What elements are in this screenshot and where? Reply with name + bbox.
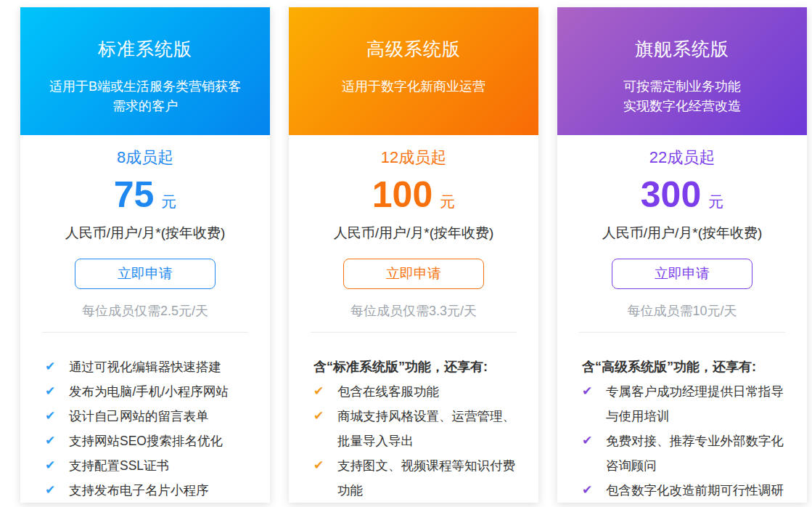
feature-item: ✔商城支持风格设置、运营管理、批量导入导出 (313, 404, 525, 453)
feature-item: ✔支持发布电子名片小程序 (45, 478, 257, 503)
feature-list: ✔通过可视化编辑器快速搭建✔发布为电脑/手机/小程序网站✔设计自己网站的留言表单… (45, 354, 257, 503)
check-icon: ✔ (45, 453, 60, 478)
price-unit: 元 (708, 193, 723, 210)
feature-text: 设计自己网站的留言表单 (69, 404, 257, 429)
plan-subtitle: 适用于数字化新商业运营 (289, 77, 538, 97)
plan-title: 高级系统版 (289, 7, 538, 58)
feature-item: ✔支持配置SSL证书 (45, 453, 257, 478)
divider (42, 332, 248, 333)
divider (311, 332, 517, 333)
features-header: 含“标准系统版”功能，还享有: (313, 354, 525, 379)
plan-subtitle-line: 适用于数字化新商业运营 (289, 77, 538, 97)
feature-item: ✔包含在线客服功能 (313, 379, 525, 404)
min-members-label: 12成员起 (289, 150, 538, 166)
feature-item: ✔免费对接、推荐专业外部数字化咨询顾问 (582, 429, 794, 478)
feature-text: 支持配置SSL证书 (69, 453, 257, 478)
pricing-card-standard: 标准系统版 适用于B端或生活服务类营销获客 需求的客户 8成员起 75元 人民币… (20, 7, 270, 503)
plan-subtitle: 可按需定制业务功能 实现数字化经营改造 (557, 77, 807, 116)
features-header: 含“高级系统版”功能，还享有: (582, 354, 794, 379)
price-unit: 元 (440, 193, 455, 210)
check-icon: ✔ (313, 453, 328, 478)
plan-subtitle-line: 需求的客户 (20, 97, 270, 116)
feature-text: 包含在线客服功能 (337, 379, 525, 404)
price-row: 75元 (20, 177, 270, 213)
pricing-card-advanced: 高级系统版 适用于数字化新商业运营 12成员起 100元 人民币/用户/月*(按… (289, 7, 538, 503)
check-icon: ✔ (582, 379, 596, 404)
min-members-label: 8成员起 (20, 150, 270, 166)
card-header: 旗舰系统版 可按需定制业务功能 实现数字化经营改造 (557, 7, 807, 135)
feature-item: ✔支持网站SEO搜索排名优化 (45, 429, 257, 453)
feature-text: 支持网站SEO搜索排名优化 (69, 429, 257, 453)
feature-list: ✔包含在线客服功能✔商城支持风格设置、运营管理、批量导入导出✔支持图文、视频课程… (313, 379, 525, 503)
feature-text: 免费对接、推荐专业外部数字化咨询顾问 (606, 429, 794, 478)
check-icon: ✔ (45, 379, 60, 404)
billing-terms-label: 人民币/用户/月*(按年收费) (20, 226, 270, 240)
price-value: 100 (372, 174, 432, 215)
plan-subtitle-line: 实现数字化经营改造 (557, 97, 807, 116)
check-icon: ✔ (582, 429, 596, 453)
feature-text: 支持发布电子名片小程序 (69, 478, 257, 503)
pricing-card-flagship: 旗舰系统版 可按需定制业务功能 实现数字化经营改造 22成员起 300元 人民币… (557, 7, 807, 503)
check-icon: ✔ (313, 404, 328, 429)
feature-list: ✔专属客户成功经理提供日常指导与使用培训✔免费对接、推荐专业外部数字化咨询顾问✔… (582, 379, 794, 503)
feature-item: ✔包含数字化改造前期可行性调研 (582, 478, 794, 503)
plan-subtitle: 适用于B端或生活服务类营销获客 需求的客户 (20, 77, 270, 116)
feature-text: 专属客户成功经理提供日常指导与使用培训 (606, 379, 794, 429)
features-section: 含“高级系统版”功能，还享有: ✔专属客户成功经理提供日常指导与使用培训✔免费对… (557, 354, 807, 503)
plan-subtitle-line: 适用于B端或生活服务类营销获客 (20, 77, 270, 97)
per-day-cost-label: 每位成员仅需2.5元/天 (20, 304, 270, 317)
check-icon: ✔ (45, 478, 60, 503)
feature-item: ✔支持图文、视频课程等知识付费功能 (313, 453, 525, 503)
check-icon: ✔ (582, 478, 596, 503)
feature-text: 通过可视化编辑器快速搭建 (69, 354, 257, 379)
plan-title: 标准系统版 (20, 7, 270, 58)
feature-item: ✔设计自己网站的留言表单 (45, 404, 257, 429)
check-icon: ✔ (45, 404, 60, 429)
feature-text: 发布为电脑/手机/小程序网站 (69, 379, 257, 404)
plan-title: 旗舰系统版 (557, 7, 807, 58)
min-members-label: 22成员起 (557, 150, 807, 166)
price-value: 300 (641, 174, 701, 215)
features-section: ✔通过可视化编辑器快速搭建✔发布为电脑/手机/小程序网站✔设计自己网站的留言表单… (20, 354, 270, 503)
per-day-cost-label: 每位成员需10元/天 (557, 304, 807, 317)
card-header: 标准系统版 适用于B端或生活服务类营销获客 需求的客户 (20, 7, 270, 135)
feature-text: 支持图文、视频课程等知识付费功能 (337, 453, 525, 503)
feature-item: ✔通过可视化编辑器快速搭建 (45, 354, 257, 379)
apply-now-button[interactable]: 立即申请 (75, 259, 216, 289)
check-icon: ✔ (45, 354, 60, 379)
check-icon: ✔ (313, 379, 328, 404)
price-row: 100元 (289, 177, 538, 213)
billing-terms-label: 人民币/用户/月*(按年收费) (557, 226, 807, 240)
feature-item: ✔发布为电脑/手机/小程序网站 (45, 379, 257, 404)
feature-item: ✔专属客户成功经理提供日常指导与使用培训 (582, 379, 794, 429)
apply-now-button[interactable]: 立即申请 (612, 259, 752, 289)
divider (579, 332, 785, 333)
card-header: 高级系统版 适用于数字化新商业运营 (289, 7, 538, 135)
check-icon: ✔ (45, 429, 60, 453)
features-section: 含“标准系统版”功能，还享有: ✔包含在线客服功能✔商城支持风格设置、运营管理、… (289, 354, 538, 503)
feature-text: 包含数字化改造前期可行性调研 (606, 478, 794, 503)
feature-text: 商城支持风格设置、运营管理、批量导入导出 (337, 404, 525, 453)
price-value: 75 (114, 174, 155, 215)
billing-terms-label: 人民币/用户/月*(按年收费) (289, 226, 538, 240)
price-row: 300元 (557, 177, 807, 213)
pricing-cards-container: 标准系统版 适用于B端或生活服务类营销获客 需求的客户 8成员起 75元 人民币… (0, 0, 812, 503)
apply-now-button[interactable]: 立即申请 (343, 259, 484, 289)
per-day-cost-label: 每位成员仅需3.3元/天 (289, 304, 538, 317)
plan-subtitle-line: 可按需定制业务功能 (557, 77, 807, 97)
price-unit: 元 (161, 193, 176, 210)
